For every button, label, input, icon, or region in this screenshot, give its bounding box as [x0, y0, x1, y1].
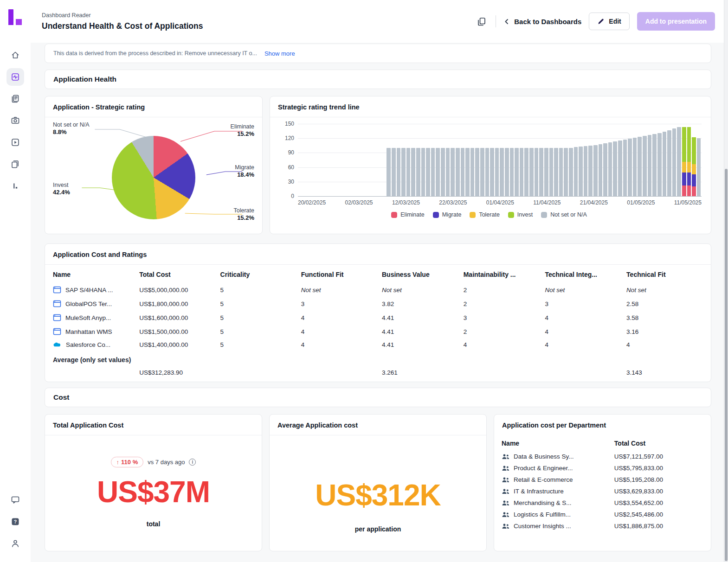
trend-bar — [520, 148, 524, 196]
table-row[interactable]: SAP S/4HANA ...US$5,000,000.005Not setNo… — [45, 283, 711, 297]
application-icon — [53, 313, 61, 322]
table-row[interactable]: MuleSoft Anyp...US$1,600,000.00544.41343… — [45, 311, 711, 325]
show-more-link[interactable]: Show more — [264, 50, 295, 57]
trend-bar — [524, 148, 528, 196]
application-name[interactable]: MuleSoft Anyp... — [65, 314, 111, 321]
legend-item-invest[interactable]: Invest — [508, 211, 533, 218]
trend-legend: EliminateMigrateTolerateInvestNot set or… — [277, 211, 702, 218]
table-cell: US$1,600,000.00 — [135, 311, 215, 325]
trend-bar — [692, 137, 696, 196]
column-header[interactable]: Total Cost — [607, 435, 711, 451]
trend-bar — [510, 148, 514, 196]
trend-bar — [539, 148, 543, 196]
table-row[interactable]: Salesforce Co...US$1,400,000.00544.41444 — [45, 338, 711, 351]
column-header[interactable]: Technical Fit — [622, 265, 711, 283]
average-cell — [459, 366, 541, 379]
add-to-presentation-button[interactable]: Add to presentation — [637, 12, 715, 31]
legend-item-migrate[interactable]: Migrate — [433, 211, 462, 218]
legend-item-eliminate[interactable]: Eliminate — [391, 211, 424, 218]
column-header[interactable]: Technical Integ... — [540, 265, 622, 283]
application-name[interactable]: GlobalPOS Ter... — [65, 300, 112, 307]
trend-bar — [441, 148, 445, 196]
sidebar-item-feedback[interactable] — [6, 491, 24, 509]
ratings-table: NameTotal CostCriticalityFunctional FitB… — [45, 265, 711, 379]
y-axis-tick: 150 — [277, 121, 294, 127]
sidebar: ? — [0, 0, 31, 562]
department-name[interactable]: Logistics & Fulfillm... — [514, 511, 571, 518]
column-header[interactable]: Name — [494, 435, 607, 451]
sidebar-item-collections[interactable] — [6, 155, 24, 173]
trend-bar — [431, 148, 435, 196]
department-name[interactable]: Merchandising & S... — [514, 499, 572, 506]
department-cost-table: NameTotal Cost Data & Business Sy...US$7… — [494, 435, 711, 532]
table-row[interactable]: Retail & E-commerceUS$5,195,208.00 — [494, 474, 711, 485]
badge-value: 110 % — [121, 459, 138, 466]
sidebar-item-profile[interactable] — [6, 535, 24, 552]
strategic-pie-chart[interactable] — [112, 136, 195, 219]
column-header[interactable]: Criticality — [216, 265, 296, 283]
sidebar-item-inventory[interactable] — [6, 112, 24, 129]
trend-bar — [436, 148, 440, 196]
pie-card-title: Application - Strategic rating — [45, 96, 262, 117]
sidebar-item-workspace[interactable] — [6, 177, 24, 195]
back-to-dashboards-link[interactable]: Back to Dashboards — [503, 18, 581, 26]
table-row[interactable]: Logistics & Fulfillm...US$2,545,486.00 — [494, 509, 711, 520]
application-name[interactable]: SAP S/4HANA ... — [65, 287, 113, 294]
strategic-trend-card: Strategic rating trend line 150120906030… — [270, 96, 711, 234]
legend-color-dot — [391, 212, 397, 218]
app-logo[interactable] — [8, 9, 22, 25]
trend-bar — [461, 148, 465, 196]
table-row[interactable]: Customer Insights ...US$1,886,875.00 — [494, 520, 711, 532]
trend-bar — [426, 148, 430, 196]
scrollbar-thumb[interactable] — [725, 169, 728, 561]
sidebar-item-diagrams[interactable] — [6, 134, 24, 151]
info-icon[interactable]: i — [189, 459, 196, 466]
department-name[interactable]: IT & Infrastructure — [514, 488, 564, 495]
department-name[interactable]: Retail & E-commerce — [514, 476, 573, 483]
y-axis-tick: 60 — [277, 164, 294, 171]
vertical-scrollbar[interactable] — [724, 0, 728, 562]
table-row[interactable]: Product & Engineer...US$5,795,833.00 — [494, 462, 711, 474]
table-cell: 2 — [459, 297, 541, 311]
trend-bar — [574, 147, 578, 196]
sidebar-item-help[interactable]: ? — [6, 513, 24, 530]
application-name[interactable]: Salesforce Co... — [66, 341, 110, 348]
column-header[interactable]: Business Value — [377, 265, 459, 283]
table-cell: 4 — [622, 338, 711, 351]
legend-item-not-set-or-n-a[interactable]: Not set or N/A — [541, 211, 587, 218]
sidebar-item-reports[interactable] — [6, 90, 24, 108]
copy-button[interactable] — [475, 15, 488, 28]
table-cell: US$5,000,000.00 — [135, 283, 215, 297]
pie-label-value: 15.2% — [234, 214, 254, 222]
column-header[interactable]: Total Cost — [135, 265, 215, 283]
sidebar-item-home[interactable] — [6, 46, 24, 64]
column-header[interactable]: Name — [45, 265, 135, 283]
y-axis-tick: 0 — [277, 193, 294, 199]
application-name[interactable]: Manhattan WMS — [65, 328, 112, 335]
department-name[interactable]: Customer Insights ... — [514, 523, 571, 530]
pie-label-invest: Invest 42.4% — [53, 181, 70, 196]
table-row[interactable]: IT & InfrastructureUS$3,629,833.00 — [494, 485, 711, 497]
table-row[interactable]: Merchandising & S...US$3,554,652.00 — [494, 497, 711, 509]
user-icon — [11, 539, 20, 548]
sidebar-item-dashboards[interactable] — [6, 68, 24, 86]
edit-button[interactable]: Edit — [589, 13, 629, 30]
table-row[interactable]: Data & Business Sy...US$7,121,597.00 — [494, 451, 711, 462]
table-row[interactable]: Manhattan WMSUS$1,500,000.00544.41243.16 — [45, 325, 711, 338]
legend-color-dot — [541, 212, 547, 218]
pie-label-text: Tolerate — [234, 207, 254, 214]
legend-item-tolerate[interactable]: Tolerate — [470, 211, 499, 218]
strategic-rating-pie-card: Application - Strategic rating Not set o… — [45, 96, 263, 234]
trend-bar — [401, 148, 406, 196]
department-name[interactable]: Data & Business Sy... — [514, 453, 574, 460]
table-row[interactable]: GlobalPOS Ter...US$1,800,000.00533.82232… — [45, 297, 711, 311]
avg-cost-title: Average Application cost — [270, 415, 486, 435]
table-cell: 5 — [216, 311, 296, 325]
header-titles: Dashboard Reader Understand Health & Cos… — [42, 12, 203, 31]
column-header[interactable]: Functional Fit — [296, 265, 377, 283]
trend-bar — [421, 148, 425, 196]
dept-card-title: Application cost per Department — [494, 415, 711, 435]
department-name[interactable]: Product & Engineer... — [514, 465, 573, 472]
column-header[interactable]: Maintainability ... — [459, 265, 541, 283]
pie-label-tolerate: Tolerate 15.2% — [234, 207, 254, 222]
